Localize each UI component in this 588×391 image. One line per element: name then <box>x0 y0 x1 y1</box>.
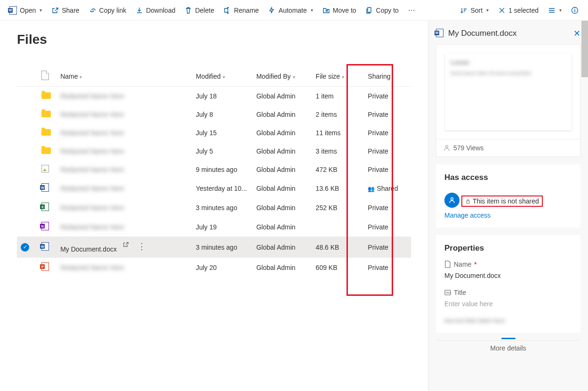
folder-icon <box>38 105 56 123</box>
cell-modified: 3 minutes ago <box>192 198 252 217</box>
cell-modifiedby: Global Admin <box>252 142 312 160</box>
col-modified[interactable]: Modified▾ <box>192 66 252 87</box>
more-details-button[interactable]: More details <box>436 340 580 356</box>
moveto-label: Move to <box>333 7 356 14</box>
copyto-label: Copy to <box>376 7 399 14</box>
word-icon <box>9 7 17 14</box>
cell-modifiedby: Global Admin <box>252 87 312 106</box>
folder-icon <box>38 87 56 106</box>
info-button[interactable] <box>567 4 582 17</box>
file-name[interactable]: Redacted Name Here <box>56 142 192 160</box>
view-button[interactable]: ▾ <box>544 4 565 17</box>
col-filetype[interactable] <box>38 66 56 87</box>
download-icon <box>136 7 143 14</box>
svg-point-1 <box>446 146 448 148</box>
chevron-down-icon: ▾ <box>80 74 82 80</box>
file-preview[interactable]: Lorem lorem ipsum dolor sit amet consect… <box>436 45 580 139</box>
copyto-icon <box>366 7 373 14</box>
row-select[interactable] <box>17 105 38 123</box>
cell-modified: July 20 <box>192 258 252 277</box>
copylink-button[interactable]: Copy link <box>85 4 130 17</box>
open-button[interactable]: Open ▾ <box>6 4 46 17</box>
file-name[interactable]: Redacted Name Here <box>56 123 192 142</box>
properties-section: Properties Name * My Document.docx Abc T… <box>436 235 580 333</box>
has-access-heading: Has access <box>444 173 572 182</box>
cell-modified: Yesterday at 10... <box>192 179 252 198</box>
owner-avatar[interactable] <box>444 193 459 208</box>
cell-modifiedby: Global Admin <box>252 198 312 217</box>
file-name[interactable]: Redacted Name Here <box>56 160 192 179</box>
row-select[interactable] <box>17 217 38 236</box>
details-pane: My Document.docx ✕ Lorem lorem ipsum dol… <box>428 21 588 391</box>
row-select[interactable] <box>17 142 38 160</box>
filetype-icon <box>41 71 49 80</box>
preview-card: Lorem lorem ipsum dolor sit amet consect… <box>436 44 580 157</box>
svg-text:Abc: Abc <box>446 291 451 294</box>
download-label: Download <box>146 7 175 14</box>
more-icon[interactable] <box>137 241 139 252</box>
col-name[interactable]: Name▾ <box>56 66 192 87</box>
link-icon <box>89 7 97 14</box>
automate-button[interactable]: Automate ▾ <box>265 4 317 17</box>
file-name[interactable]: Redacted Name Here <box>56 217 192 236</box>
file-name[interactable]: Redacted Name Here <box>56 258 192 277</box>
delete-label: Delete <box>195 7 214 14</box>
person-icon <box>443 144 451 152</box>
row-select[interactable] <box>17 179 38 198</box>
row-select[interactable]: ✓ <box>17 236 38 258</box>
row-select[interactable] <box>17 258 38 277</box>
row-select[interactable] <box>17 198 38 217</box>
row-select[interactable] <box>17 87 38 106</box>
img-icon <box>38 160 56 179</box>
check-icon: ✓ <box>21 243 29 252</box>
cell-modifiedby: Global Admin <box>252 236 312 258</box>
page-title: Files <box>17 32 411 47</box>
chevron-down-icon: ▾ <box>486 8 489 13</box>
scrollbar[interactable] <box>581 21 588 77</box>
col-select[interactable] <box>17 66 38 87</box>
automate-label: Automate <box>279 7 307 14</box>
share-button[interactable]: Share <box>48 4 83 17</box>
selected-count[interactable]: 1 selected <box>494 4 542 17</box>
has-access-section: Has access This item is not shared Manag… <box>436 164 580 228</box>
not-shared-badge: This item is not shared <box>461 196 543 207</box>
row-select[interactable] <box>17 160 38 179</box>
cell-modifiedby: Global Admin <box>252 123 312 142</box>
file-name[interactable]: Redacted Name Here <box>56 179 192 198</box>
svg-point-2 <box>451 198 453 200</box>
cell-modified: 9 minutes ago <box>192 160 252 179</box>
prop-title-label: Abc Title <box>444 289 572 296</box>
word-icon <box>436 29 443 39</box>
rename-button[interactable]: Rename <box>220 4 263 17</box>
rename-label: Rename <box>234 7 259 14</box>
lock-icon <box>465 198 471 204</box>
prop-name-value[interactable]: My Document.docx <box>444 272 572 279</box>
copyto-button[interactable]: Copy to <box>362 4 403 17</box>
properties-heading: Properties <box>444 244 572 253</box>
folder-icon <box>38 123 56 142</box>
sort-button[interactable]: Sort ▾ <box>456 4 492 17</box>
cell-modified: 3 minutes ago <box>192 236 252 258</box>
cell-modified: July 15 <box>192 123 252 142</box>
overflow-button[interactable]: ··· <box>404 5 419 15</box>
chevron-down-icon: ▾ <box>40 8 42 13</box>
selected-label: 1 selected <box>508 7 539 14</box>
moveto-button[interactable]: Move to <box>319 4 360 17</box>
open-label: Open <box>20 7 36 14</box>
file-name[interactable]: Redacted Name Here <box>56 105 192 123</box>
row-select[interactable] <box>17 123 38 142</box>
manage-access-link[interactable]: Manage access <box>444 212 572 219</box>
clear-selection-icon <box>498 7 506 14</box>
cell-modifiedby: Global Admin <box>252 105 312 123</box>
prop-title-input[interactable]: Enter value here <box>444 300 572 308</box>
file-name[interactable]: Redacted Name Here <box>56 87 192 106</box>
col-modifiedby[interactable]: Modified By▾ <box>252 66 312 87</box>
download-button[interactable]: Download <box>132 4 179 17</box>
delete-button[interactable]: Delete <box>181 4 217 17</box>
close-icon[interactable]: ✕ <box>573 28 580 39</box>
file-name[interactable]: My Document.docx <box>56 236 192 258</box>
file-name[interactable]: Redacted Name Here <box>56 198 192 217</box>
svg-rect-3 <box>467 201 469 203</box>
moveto-icon <box>322 7 330 14</box>
share-icon[interactable] <box>122 241 129 252</box>
